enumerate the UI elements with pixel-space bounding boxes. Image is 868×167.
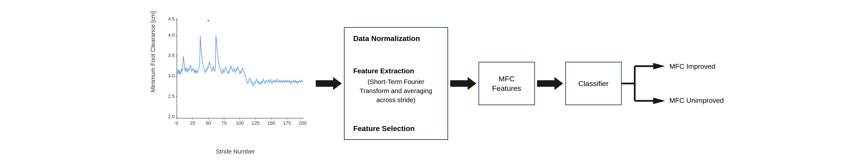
process-box: Data Normalization Feature Extraction (S…: [344, 27, 448, 140]
svg-marker-35: [450, 77, 476, 90]
process-box-extraction-detail: (Short-Term Fourier Transform and averag…: [353, 77, 439, 104]
arrow-1: [316, 75, 342, 92]
classifier-text: Classifier: [578, 79, 609, 88]
y-axis-label: Minimum Foot Clearance [cm]: [150, 75, 156, 92]
chart-area: 2.0 2.5 3.0 3.5 4.0 4.5 0: [164, 14, 307, 136]
svg-text:150: 150: [267, 121, 275, 126]
x-axis-label: Stride Number: [164, 148, 307, 155]
output-unimproved: MFC Unimproved: [670, 97, 724, 104]
split-arrow-svg: [622, 49, 665, 118]
chart-section: Minimum Foot Clearance [cm] 2.0 2.5: [144, 10, 314, 157]
process-box-extraction-title: Feature Extraction: [353, 67, 439, 75]
svg-marker-40: [653, 63, 665, 69]
split-section: MFC Improved MFC Unimproved: [622, 49, 724, 118]
svg-text:100: 100: [236, 121, 244, 126]
output-improved: MFC Improved: [670, 63, 715, 70]
arrow-3: [537, 75, 563, 92]
svg-text:2.5: 2.5: [168, 94, 175, 99]
svg-marker-43: [653, 98, 665, 104]
features-text: MFC Features: [492, 74, 521, 93]
svg-text:2.0: 2.0: [168, 114, 175, 119]
svg-text:25: 25: [190, 121, 195, 126]
svg-marker-34: [316, 77, 342, 90]
svg-text:4.5: 4.5: [168, 16, 175, 22]
classifier-box: Classifier: [565, 62, 622, 105]
svg-text:4.0: 4.0: [168, 32, 175, 38]
arrow-2: [450, 75, 476, 92]
process-box-selection-title: Feature Selection: [353, 124, 439, 133]
features-box: MFC Features: [478, 62, 535, 105]
svg-text:175: 175: [283, 121, 291, 126]
svg-text:3.5: 3.5: [168, 53, 175, 58]
svg-point-33: [208, 20, 209, 22]
svg-text:200: 200: [299, 121, 307, 126]
svg-text:0: 0: [176, 121, 178, 126]
pipeline-container: Minimum Foot Clearance [cm] 2.0 2.5: [0, 0, 868, 167]
svg-text:75: 75: [221, 121, 226, 126]
svg-text:3.0: 3.0: [168, 73, 175, 78]
svg-marker-36: [537, 77, 563, 90]
chart-svg: 2.0 2.5 3.0 3.5 4.0 4.5 0: [164, 14, 307, 136]
svg-text:125: 125: [251, 121, 259, 126]
output-section: MFC Improved MFC Unimproved: [670, 63, 724, 104]
process-box-normalization-title: Data Normalization: [353, 34, 439, 43]
svg-text:50: 50: [206, 121, 211, 126]
svg-rect-0: [164, 14, 307, 136]
